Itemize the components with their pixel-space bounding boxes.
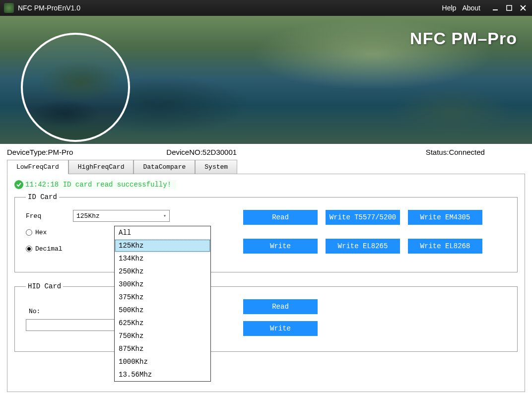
banner-brand-title: NFC PM–Pro: [410, 29, 517, 48]
maximize-button[interactable]: [504, 3, 514, 13]
hex-radio[interactable]: [26, 229, 32, 236]
hidcard-legend: HID Card: [26, 282, 63, 290]
hidcard-group: HID Card No: Read Write: [14, 282, 518, 352]
idcard-group: ID Card Freq 125Khz ▾ Hex Decimal Read W…: [14, 193, 518, 272]
freq-selected-value: 125Khz: [76, 212, 100, 220]
chevron-down-icon: ▾: [163, 213, 166, 219]
freq-option[interactable]: 375Khz: [115, 291, 210, 304]
freq-select[interactable]: 125Khz ▾: [73, 210, 170, 222]
device-status: Status:Connected: [306, 148, 525, 156]
status-time: 11:42:18: [25, 181, 59, 189]
close-button[interactable]: [518, 3, 528, 13]
hid-no-label: No:: [29, 308, 40, 315]
minimize-button[interactable]: [490, 3, 500, 13]
freq-option[interactable]: 500Khz: [115, 304, 210, 317]
freq-dropdown[interactable]: All125Khz134Khz250Khz300Khz375Khz500Khz6…: [114, 226, 211, 382]
freq-option[interactable]: 875Khz: [115, 342, 210, 355]
freq-option[interactable]: 1000Khz: [115, 355, 210, 368]
app-icon: [4, 3, 14, 13]
freq-option[interactable]: All: [115, 226, 210, 239]
device-type: DeviceType:PM-Pro: [7, 148, 146, 156]
write-em4305-button[interactable]: Write EM4305: [408, 210, 482, 225]
freq-option[interactable]: 300Khz: [115, 278, 210, 291]
banner-avatar-circle: [21, 33, 130, 142]
device-no: DeviceNO:52D30001: [146, 148, 306, 156]
tab-highfreq[interactable]: HighFreqCard: [68, 160, 134, 174]
success-icon: [14, 180, 23, 189]
tab-panel: 11:42:18 ID card read successfully! ID C…: [7, 174, 525, 392]
status-text: ID card read successfully!: [63, 181, 171, 189]
idcard-legend: ID Card: [26, 193, 59, 201]
tab-datacompare[interactable]: DataCompare: [133, 160, 195, 174]
tab-bar: LowFreqCard HighFreqCard DataCompare Sys…: [7, 159, 525, 174]
write-el8268-button[interactable]: Write EL8268: [408, 239, 482, 254]
decimal-label: Decimal: [35, 245, 63, 253]
help-menu[interactable]: Help: [442, 4, 457, 12]
freq-option[interactable]: 250Khz: [115, 265, 210, 278]
banner: NFC PM–Pro: [0, 16, 532, 144]
freq-label: Freq: [26, 212, 73, 220]
freq-option[interactable]: 750Khz: [115, 330, 210, 342]
hid-read-button[interactable]: Read: [243, 299, 318, 314]
device-info-row: DeviceType:PM-Pro DeviceNO:52D30001 Stat…: [0, 144, 532, 159]
idcard-button-grid: Read Write T5577/5200 Write EM4305 Write…: [243, 210, 482, 254]
freq-option[interactable]: 125Khz: [115, 239, 210, 252]
hid-write-button[interactable]: Write: [243, 321, 318, 336]
titlebar: NFC PM-ProEnV1.0 Help About: [0, 0, 532, 16]
hex-label: Hex: [35, 229, 47, 236]
freq-option[interactable]: 134Khz: [115, 252, 210, 265]
status-message: 11:42:18 ID card read successfully!: [14, 180, 176, 189]
hid-buttons: Read Write: [243, 299, 318, 336]
read-button[interactable]: Read: [243, 210, 318, 225]
about-menu[interactable]: About: [462, 4, 480, 12]
svg-rect-1: [507, 5, 512, 10]
window-title: NFC PM-ProEnV1.0: [18, 4, 442, 12]
write-el8265-button[interactable]: Write EL8265: [326, 239, 400, 254]
tab-lowfreq[interactable]: LowFreqCard: [7, 160, 68, 174]
tab-system[interactable]: System: [195, 160, 237, 174]
decimal-radio[interactable]: [26, 246, 32, 252]
write-button[interactable]: Write: [243, 239, 318, 254]
freq-option[interactable]: 625Khz: [115, 317, 210, 330]
freq-option[interactable]: 13.56Mhz: [115, 368, 210, 381]
write-t5577-button[interactable]: Write T5577/5200: [326, 210, 400, 225]
